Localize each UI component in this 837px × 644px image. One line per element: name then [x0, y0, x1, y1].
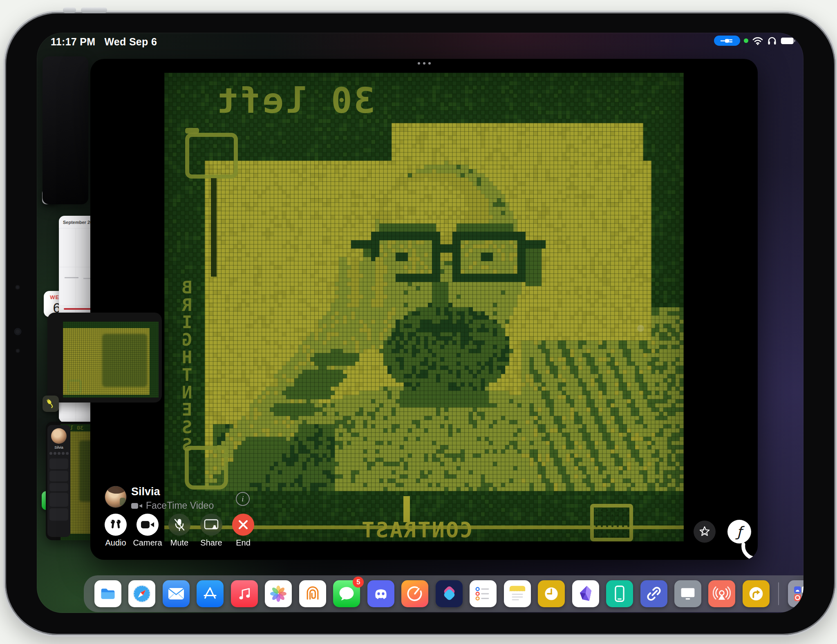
- battery-icon: [781, 37, 795, 45]
- video-effects-button[interactable]: [694, 521, 716, 543]
- safari-app-icon[interactable]: [128, 580, 155, 607]
- mail-app-icon[interactable]: [163, 580, 190, 607]
- music-app-icon[interactable]: [231, 580, 258, 607]
- dock-divider: [778, 582, 779, 605]
- capture-app-badge-icon: [43, 396, 59, 412]
- messages-app-icon[interactable]: 5: [333, 580, 360, 607]
- camera-in-use-dot: [744, 38, 748, 43]
- calendar-thumb-event-bar: [64, 308, 92, 310]
- facetime-thumb-contact-card: Silvia: [47, 425, 70, 537]
- page-background: 11:17 PM Wed Sep 6: [0, 0, 837, 644]
- facetime-thumb-contact-name: Silvia: [47, 445, 70, 449]
- messages-unread-badge: 5: [353, 577, 364, 588]
- mute-button-label: Mute: [170, 538, 188, 548]
- corner-arc-handle: [741, 540, 758, 560]
- video-camera-icon: [131, 502, 143, 510]
- volume-buttons: [81, 7, 107, 13]
- window-menu-dots-icon[interactable]: [418, 62, 431, 65]
- app-library-icon[interactable]: [788, 580, 803, 607]
- dock: 5: [84, 575, 803, 612]
- ipad-device-frame: 11:17 PM Wed Sep 6: [3, 11, 837, 637]
- ivory-mastodon-app-icon[interactable]: [299, 580, 326, 607]
- shortcuts-app-icon[interactable]: [436, 580, 463, 607]
- status-date: Wed Sep 6: [104, 36, 157, 48]
- gameboy-camera-video-frame: 30 left BRIGHTNESS CONTRAST: [164, 73, 684, 541]
- share-button-label: Share: [200, 538, 222, 548]
- usb-connection-pill-icon[interactable]: [714, 36, 740, 46]
- status-time: 11:17 PM: [51, 36, 95, 48]
- display-app-icon[interactable]: [674, 580, 701, 607]
- chain-link-app-icon[interactable]: [640, 580, 667, 607]
- airplay-waves-app-icon[interactable]: [708, 580, 735, 607]
- wifi-icon: [752, 36, 763, 45]
- teal-device-app-icon[interactable]: [606, 580, 633, 607]
- call-type-label: FaceTime Video: [146, 500, 214, 511]
- timery-app-icon[interactable]: [401, 580, 428, 607]
- discord-app-icon[interactable]: [367, 580, 394, 607]
- audio-button-label: Audio: [105, 538, 126, 548]
- audio-button[interactable]: [105, 514, 127, 536]
- caller-name: Silvia: [131, 485, 160, 498]
- gold-clock-app-icon[interactable]: [538, 580, 565, 607]
- mic-dot: [16, 285, 20, 289]
- headphones-icon: [767, 36, 777, 45]
- info-button[interactable]: i: [236, 492, 250, 506]
- power-button: [63, 7, 76, 13]
- facetime-window[interactable]: 30 left BRIGHTNESS CONTRAST Silvia: [90, 59, 758, 560]
- status-bar: 11:17 PM Wed Sep 6: [37, 33, 803, 49]
- caller-avatar[interactable]: [105, 486, 126, 508]
- turn-arrow-app-icon[interactable]: [743, 580, 770, 607]
- appstore-app-icon[interactable]: [197, 580, 224, 607]
- sensor-dot: [16, 349, 20, 353]
- end-button[interactable]: [232, 514, 254, 536]
- share-button[interactable]: [200, 514, 222, 536]
- reminders-app-icon[interactable]: [470, 580, 497, 607]
- ipad-screen: 11:17 PM Wed Sep 6: [37, 33, 803, 613]
- stage-thumbnail-camera[interactable]: [43, 56, 88, 204]
- mute-button[interactable]: [168, 514, 190, 536]
- camera-button[interactable]: [137, 514, 159, 536]
- photos-app-icon[interactable]: [265, 580, 292, 607]
- files-app-icon[interactable]: [94, 580, 121, 607]
- call-type-row: FaceTime Video: [131, 500, 214, 511]
- stage-thumbnail-capture[interactable]: [47, 313, 162, 402]
- camera-button-label: Camera: [133, 538, 162, 548]
- end-button-label: End: [236, 538, 251, 548]
- notes-app-icon[interactable]: [504, 580, 531, 607]
- obsidian-app-icon[interactable]: [572, 580, 599, 607]
- front-camera: [15, 329, 21, 335]
